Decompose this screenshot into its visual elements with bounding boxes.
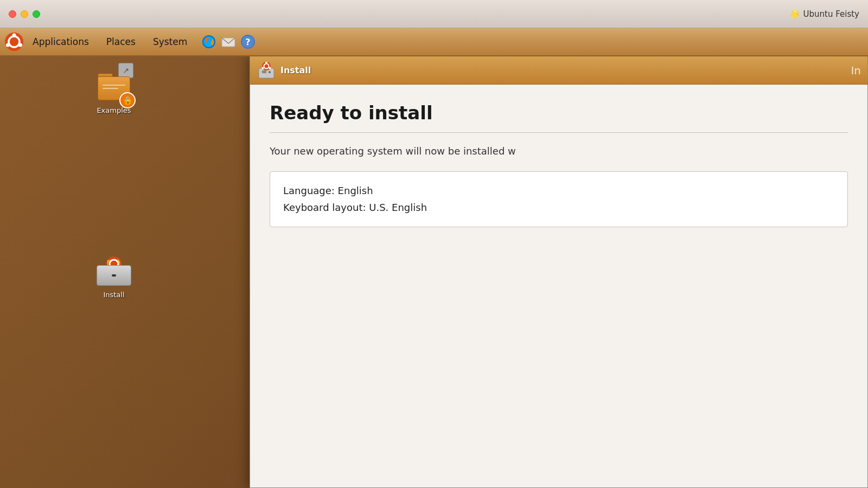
drive-led <box>112 274 116 277</box>
installer-window: Install In Ready to install Your new ope… <box>250 56 868 488</box>
applications-menu[interactable]: Applications <box>24 33 98 50</box>
svg-point-15 <box>269 71 271 73</box>
help-icon[interactable]: ? <box>239 33 257 50</box>
ubuntu-logo[interactable] <box>4 32 24 52</box>
svg-point-3 <box>18 43 22 47</box>
places-menu[interactable]: Places <box>98 33 144 50</box>
minimize-button[interactable] <box>21 10 28 18</box>
examples-icon-image: ↗ 🔒 <box>97 69 131 104</box>
installer-language: Language: English <box>283 183 834 200</box>
firefox-icon[interactable] <box>200 33 218 50</box>
svg-point-2 <box>12 34 16 37</box>
panel-icons: ? <box>200 33 257 50</box>
install-desktop-icon[interactable]: Install <box>87 252 141 301</box>
svg-point-4 <box>6 43 10 47</box>
drive-body <box>97 265 131 286</box>
installer-description: Your new operating system will now be in… <box>270 144 848 158</box>
svg-point-19 <box>269 67 271 69</box>
installer-title: Install <box>280 65 851 75</box>
install-drive-shape <box>97 256 131 286</box>
svg-rect-14 <box>262 70 266 73</box>
installer-heading: Ready to install <box>270 102 848 124</box>
maximize-button[interactable] <box>33 10 40 18</box>
installer-details-box: Language: English Keyboard layout: U.S. … <box>270 171 848 227</box>
examples-desktop-icon[interactable]: ↗ 🔒 Examples <box>87 67 141 117</box>
system-menu[interactable]: System <box>144 33 196 50</box>
lock-badge: 🔒 <box>119 92 136 108</box>
email-icon[interactable] <box>220 33 237 50</box>
title-area: 🌟 Ubuntu Feisty <box>790 9 859 19</box>
svg-text:?: ? <box>246 37 251 47</box>
gnome-panel: Applications Places System ? <box>0 28 868 56</box>
installer-content: Ready to install Your new operating syst… <box>250 85 867 487</box>
close-button[interactable] <box>9 10 16 18</box>
installer-close[interactable]: In <box>851 64 861 77</box>
installer-window-controls: In <box>851 64 861 77</box>
window-title: Ubuntu Feisty <box>803 9 859 19</box>
installer-title-icon <box>257 61 276 80</box>
install-icon-image <box>97 254 131 288</box>
title-bar: 🌟 Ubuntu Feisty <box>0 0 868 28</box>
installer-divider <box>270 132 848 133</box>
window-controls <box>9 10 40 18</box>
svg-point-20 <box>262 67 264 69</box>
desktop: ↗ 🔒 Examples <box>0 56 868 488</box>
title-icon: 🌟 <box>790 9 800 19</box>
install-label: Install <box>103 291 124 299</box>
installer-keyboard: Keyboard layout: U.S. English <box>283 200 834 216</box>
installer-titlebar: Install In <box>250 56 867 85</box>
